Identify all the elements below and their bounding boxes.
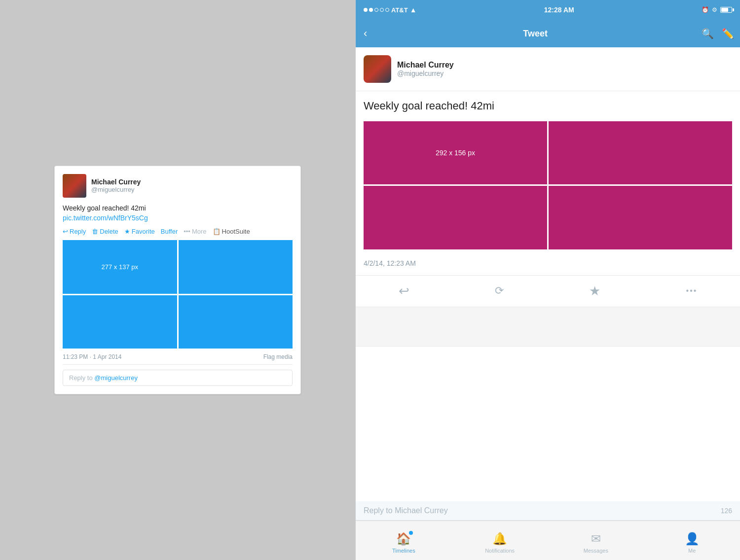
tweet-meta: 11:23 PM · 1 Apr 2014 Flag media (63, 353, 293, 365)
timelines-badge (409, 531, 413, 535)
tweet-detail: Michael Currey @miguelcurrey Weekly goal… (356, 47, 740, 501)
reply-placeholder: Reply to @miguelcurrey (69, 374, 138, 382)
tab-notifications[interactable]: 🔔 Notifications (452, 521, 548, 560)
ios-reply-input-bar[interactable]: Reply to Michael Currey 126 (356, 501, 740, 521)
delete-action[interactable]: 🗑 Delete (92, 228, 118, 235)
image-cell-top-left: 277 x 137 px (63, 240, 177, 294)
right-panel: AT&T ▲ 12:28 AM ⏰ ⚙ ‹ Tweet 🔍 ✏️ Michael… (355, 0, 740, 560)
username: Michael Currey (91, 178, 141, 186)
buffer-action[interactable]: Buffer (161, 228, 178, 235)
signal-dot-4 (380, 8, 384, 12)
ios-tab-bar: 🏠 Timelines 🔔 Notifications ✉ Messages 👤… (356, 521, 740, 560)
ios-tweet-date: 4/2/14, 12:23 AM (356, 255, 740, 276)
status-time: 12:28 AM (544, 6, 574, 14)
nav-bar: ‹ Tweet 🔍 ✏️ (356, 20, 740, 47)
messages-label: Messages (584, 548, 608, 554)
ios-reply-placeholder[interactable]: Reply to Michael Currey (364, 506, 721, 515)
image-cell-top-right (179, 240, 293, 294)
left-panel: Michael Currey @miguelcurrey Weekly goal… (0, 0, 355, 560)
user-info: Michael Currey @miguelcurrey (91, 178, 141, 193)
nav-icons: 🔍 ✏️ (702, 28, 734, 39)
ios-user-info: Michael Currey @miguelcurrey (397, 61, 454, 77)
favorite-icon[interactable]: ★ (589, 283, 600, 299)
tweet-body: Weekly goal reached! 42mi (63, 204, 146, 212)
ios-images-grid: 292 x 156 px (364, 121, 732, 249)
carrier-name: AT&T (391, 6, 408, 14)
image-cell-bottom-right (179, 295, 293, 349)
reply-box[interactable]: Reply to @miguelcurrey (63, 370, 293, 386)
nav-title: Tweet (523, 29, 548, 39)
status-bar: AT&T ▲ 12:28 AM ⏰ ⚙ (356, 0, 740, 20)
battery-icon (720, 7, 732, 13)
me-icon: 👤 (685, 532, 700, 546)
avatar-image (63, 174, 86, 198)
ios-avatar (364, 55, 391, 83)
tweet-detail-header: Michael Currey @miguelcurrey (356, 47, 740, 91)
back-button[interactable]: ‹ (362, 25, 369, 42)
ios-handle: @miguelcurrey (397, 70, 454, 77)
reply-icon[interactable]: ↩ (399, 283, 409, 299)
signal-dots (364, 8, 389, 12)
ios-image-bottom-left (364, 186, 547, 249)
compose-icon[interactable]: ✏️ (722, 28, 734, 39)
char-count: 126 (721, 507, 732, 515)
signal-dot-5 (385, 8, 389, 12)
tab-timelines[interactable]: 🏠 Timelines (356, 521, 452, 560)
battery-fill (721, 8, 728, 12)
ios-image-top-right (549, 121, 732, 185)
more-icon[interactable]: ••• (686, 286, 698, 295)
avatar (63, 174, 86, 198)
flag-media[interactable]: Flag media (263, 353, 293, 360)
reply-action[interactable]: ↩ Reply (63, 228, 86, 235)
notifications-label: Notifications (485, 548, 515, 554)
search-icon[interactable]: 🔍 (702, 28, 714, 39)
ios-tweet-text: Weekly goal reached! 42mi (356, 91, 740, 121)
tab-me[interactable]: 👤 Me (644, 521, 740, 560)
ios-image-bottom-right (549, 186, 732, 249)
tweet-action-bar: ↩ Reply 🗑 Delete ★ Favorite Buffer ••• M… (63, 228, 293, 235)
image-cell-bottom-left (63, 295, 177, 349)
status-left: AT&T ▲ (364, 6, 417, 14)
tweet-header: Michael Currey @miguelcurrey (63, 174, 293, 198)
tab-messages[interactable]: ✉ Messages (548, 521, 644, 560)
ios-reply-area (356, 307, 740, 347)
tweet-images-grid: 277 x 137 px (63, 240, 293, 349)
alarm-icon: ⏰ (702, 6, 709, 13)
notifications-icon: 🔔 (492, 532, 507, 546)
me-label: Me (688, 548, 696, 554)
tweet-card: Michael Currey @miguelcurrey Weekly goal… (54, 166, 301, 394)
signal-dot-2 (369, 8, 373, 12)
ios-action-bar: ↩ ⟳ ★ ••• (356, 276, 740, 307)
tweet-link[interactable]: pic.twitter.com/wNfBrY5sCg (63, 214, 148, 222)
signal-dot-3 (374, 8, 378, 12)
signal-dot-1 (364, 8, 368, 12)
favorite-action[interactable]: ★ Favorite (124, 228, 155, 235)
timelines-icon: 🏠 (396, 532, 411, 546)
wifi-icon: ▲ (410, 6, 417, 14)
settings-icon: ⚙ (712, 6, 717, 13)
tweet-text: Weekly goal reached! 42mi pic.twitter.co… (63, 204, 293, 223)
tweet-timestamp: 11:23 PM · 1 Apr 2014 (63, 353, 121, 360)
status-right: ⏰ ⚙ (702, 6, 732, 13)
retweet-icon[interactable]: ⟳ (495, 284, 504, 297)
timelines-label: Timelines (392, 548, 415, 554)
messages-icon: ✉ (591, 532, 601, 546)
ios-username: Michael Currey (397, 61, 454, 70)
ios-image-top-left: 292 x 156 px (364, 121, 547, 185)
more-action[interactable]: ••• More (184, 228, 206, 235)
hootsuite-action[interactable]: 📋 HootSuite (213, 228, 250, 235)
user-handle: @miguelcurrey (91, 186, 141, 193)
